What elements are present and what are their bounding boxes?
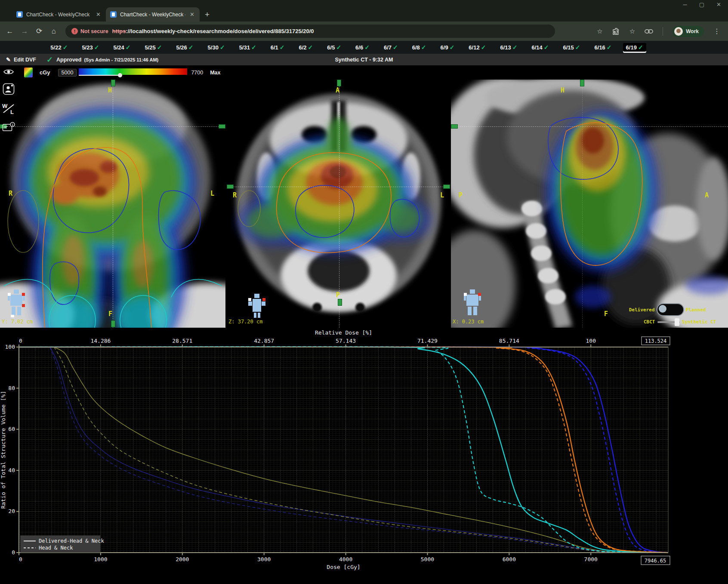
date-tab-6/19[interactable]: 6/19✓	[623, 43, 646, 52]
svg-text:100: 100	[5, 344, 15, 350]
date-tab-6/15[interactable]: 6/15✓	[560, 43, 583, 52]
new-tab-button[interactable]: +	[205, 10, 210, 22]
date-label: 6/7	[384, 44, 392, 51]
date-tab-6/16[interactable]: 6/16✓	[592, 43, 615, 52]
svg-text:0: 0	[19, 556, 22, 562]
link-icon[interactable]	[645, 29, 653, 34]
date-tab-5/23[interactable]: 5/23✓	[79, 43, 102, 52]
date-check-icon: ✓	[251, 44, 256, 51]
dvh-plot: 014.28628.57142.85757.14371.42985.714100…	[0, 328, 728, 584]
slice-marker-top[interactable]	[580, 80, 584, 86]
color-palette-icon[interactable]	[24, 68, 33, 77]
not-secure-label: Not secure	[80, 28, 108, 34]
tab-close-icon[interactable]: ✕	[95, 11, 102, 18]
svg-text:Delivered-Head & Neck: Delivered-Head & Neck	[39, 538, 104, 544]
slider-handle[interactable]	[675, 318, 679, 326]
crosshair-vertical	[339, 80, 339, 328]
approved-label: Approved	[56, 57, 81, 63]
svg-text:20: 20	[8, 508, 15, 514]
pencil-icon: ✎	[6, 56, 11, 63]
date-tab-5/26[interactable]: 5/26✓	[173, 43, 197, 52]
svg-text:Dose [cGy]: Dose [cGy]	[327, 564, 360, 570]
profile-chip[interactable]: Work	[672, 26, 704, 37]
window-level-icon[interactable]: W/L W L	[2, 102, 15, 114]
svg-text:7000: 7000	[584, 556, 598, 562]
bookmark-star-icon[interactable]: ☆	[597, 28, 602, 35]
slice-marker-left[interactable]	[227, 184, 234, 189]
home-icon[interactable]: ⌂	[46, 27, 61, 36]
crosshair-vertical	[113, 80, 113, 328]
date-tab-5/25[interactable]: 5/25✓	[142, 43, 165, 52]
svg-text:4000: 4000	[339, 556, 352, 562]
date-tab-6/6[interactable]: 6/6✓	[352, 43, 373, 52]
svg-text:1000: 1000	[94, 556, 107, 562]
dvh-chart[interactable]: 014.28628.57142.85757.14371.42985.714100…	[0, 328, 728, 584]
date-tab-6/12[interactable]: 6/12✓	[466, 43, 489, 52]
sagittal-view[interactable]: H P A F X: 0.23 cm Delivered Planned CBC…	[451, 80, 728, 328]
tab-close-icon[interactable]: ✕	[189, 11, 195, 18]
window-controls: ─ ▢ ✕	[683, 1, 721, 8]
not-secure-badge[interactable]: ! Not secure	[71, 28, 108, 34]
slice-marker-right[interactable]	[219, 124, 225, 129]
date-label: 6/8	[412, 44, 420, 51]
date-tab-6/1[interactable]: 6/1✓	[268, 43, 288, 52]
edit-dvf-button[interactable]: ✎ Edit DVF	[6, 56, 36, 63]
close-icon[interactable]: ✕	[716, 1, 721, 8]
date-tab-6/13[interactable]: 6/13✓	[497, 43, 520, 52]
profile-label: Work	[686, 28, 699, 34]
slice-marker-top[interactable]	[337, 80, 341, 86]
date-tab-6/2[interactable]: 6/2✓	[296, 43, 316, 52]
date-tab-6/5[interactable]: 6/5✓	[324, 43, 344, 52]
favorites-star-icon[interactable]: ☆	[629, 28, 635, 35]
patient-orientation-icon[interactable]	[3, 83, 15, 95]
slice-marker-bottom[interactable]	[111, 320, 115, 327]
date-tab-6/8[interactable]: 6/8✓	[409, 43, 429, 52]
slice-marker-right[interactable]	[443, 184, 450, 189]
date-label: 6/5	[327, 44, 335, 51]
axial-view[interactable]: A R L P Z: 37.20 cm	[227, 80, 450, 328]
browser-titlebar: ChartCheck - WeeklyCheck ✕ ChartCheck - …	[0, 0, 728, 22]
patient-figure-icon	[248, 294, 265, 318]
slice-coordinate: X: 0.23 cm	[453, 319, 484, 325]
orientation-label-bottom: F	[604, 310, 608, 318]
orientation-label-left: P	[459, 191, 463, 199]
browser-toolbar: ← → ⟳ ⌂ ! Not secure https://localhost/w…	[0, 22, 728, 41]
dose-min-input[interactable]: 5000	[58, 69, 77, 77]
date-check-icon: ✓	[607, 44, 612, 51]
slice-marker-bottom[interactable]	[338, 299, 342, 306]
date-check-icon: ✓	[575, 44, 580, 51]
coronal-view[interactable]: H R L F Y: 7.02 cm	[0, 80, 225, 328]
date-tab-5/24[interactable]: 5/24✓	[110, 43, 133, 52]
planned-label: Planned	[686, 307, 706, 313]
browser-tab-2[interactable]: ChartCheck - WeeklyCheck - Sk ✕	[106, 7, 200, 22]
maximize-icon[interactable]: ▢	[699, 1, 704, 8]
forward-icon[interactable]: →	[17, 27, 32, 36]
date-tab-6/14[interactable]: 6/14✓	[528, 43, 552, 52]
svg-text:W: W	[2, 103, 8, 109]
display-info-icon[interactable]: i	[2, 122, 15, 133]
visibility-eye-icon[interactable]	[3, 68, 14, 77]
delivered-planned-toggle[interactable]	[657, 303, 684, 316]
reload-icon[interactable]: ⟳	[32, 27, 46, 36]
date-tab-5/22[interactable]: 5/22✓	[47, 43, 71, 52]
ct-views: W/L W L i	[0, 80, 728, 328]
minimize-icon[interactable]: ─	[683, 1, 687, 8]
date-tab-6/9[interactable]: 6/9✓	[438, 43, 458, 52]
dose-slider-track	[79, 75, 120, 76]
date-tab-6/7[interactable]: 6/7✓	[381, 43, 401, 52]
back-icon[interactable]: ←	[3, 27, 17, 36]
kebab-menu-icon[interactable]: ⋮	[713, 27, 720, 35]
dose-colorbar[interactable]	[79, 68, 187, 77]
cbct-label: CBCT	[644, 319, 655, 325]
slice-marker-left[interactable]	[451, 124, 458, 129]
svg-text:2000: 2000	[176, 556, 189, 562]
date-tab-5/30[interactable]: 5/30✓	[205, 43, 228, 52]
extensions-puzzle-icon[interactable]	[612, 28, 620, 35]
dose-slider-knob[interactable]	[118, 73, 122, 77]
slice-marker-top[interactable]	[111, 80, 115, 86]
date-tab-5/31[interactable]: 5/31✓	[236, 43, 259, 52]
cbct-synthetic-slider[interactable]	[657, 321, 680, 323]
url-bar[interactable]: ! Not secure https://localhost/weekly-ch…	[65, 25, 555, 38]
slice-coordinate: Z: 37.20 cm	[228, 319, 262, 325]
browser-tab-1[interactable]: ChartCheck - WeeklyCheck ✕	[12, 7, 106, 22]
